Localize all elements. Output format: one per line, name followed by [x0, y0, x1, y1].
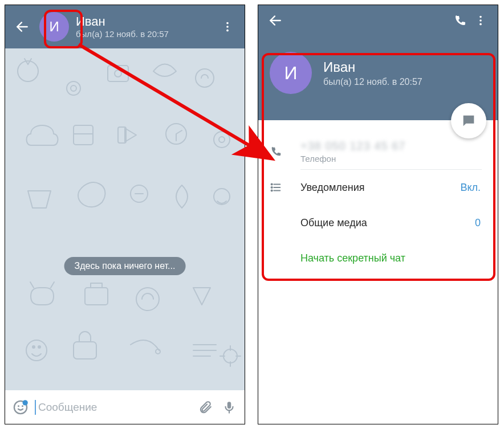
overflow-menu-button[interactable] [217, 17, 238, 37]
back-button[interactable] [265, 10, 286, 31]
svg-point-2 [226, 26, 229, 28]
svg-point-33 [479, 19, 482, 22]
svg-rect-10 [74, 125, 93, 145]
sticker-button[interactable] [11, 398, 30, 417]
chat-body: Здесь пока ничего нет... [5, 48, 245, 390]
svg-point-34 [479, 23, 482, 26]
message-input[interactable]: Сообщение [35, 400, 191, 415]
svg-point-39 [271, 190, 272, 191]
arrow-left-icon [15, 19, 30, 34]
svg-point-26 [18, 405, 19, 407]
contact-status: был(а) 12 нояб. в 20:57 [76, 29, 210, 39]
shared-media-value: 0 [475, 217, 481, 229]
chat-screen: И Иван был(а) 12 нояб. в 20:57 [5, 5, 245, 424]
sticker-smile-icon [13, 399, 29, 415]
svg-point-6 [71, 85, 76, 91]
svg-point-3 [226, 30, 229, 32]
call-button[interactable] [450, 10, 470, 31]
chat-bubble-icon [461, 113, 477, 129]
phone-number: +38 050 123 45 67 [300, 140, 481, 153]
profile-body: +38 050 123 45 67 Телефон Уведомления Вк… [258, 120, 498, 276]
phone-icon [270, 145, 282, 158]
svg-point-21 [38, 346, 40, 348]
profile-avatar[interactable]: И [270, 52, 312, 94]
svg-point-16 [214, 189, 230, 205]
empty-chat-text: Здесь пока ничего нет... [75, 261, 176, 271]
svg-point-37 [271, 187, 272, 188]
overflow-menu-button[interactable] [470, 10, 491, 31]
microphone-icon [222, 400, 237, 415]
profile-status: был(а) 12 нояб. в 20:57 [323, 77, 422, 87]
svg-point-32 [479, 16, 482, 18]
svg-point-35 [271, 183, 272, 185]
start-secret-chat-row[interactable]: Начать секретный чат [258, 240, 498, 276]
attach-button[interactable] [196, 398, 215, 417]
notifications-value: Вкл. [460, 182, 481, 194]
svg-rect-7 [108, 66, 128, 81]
svg-point-9 [196, 69, 214, 87]
message-placeholder: Сообщение [38, 401, 97, 413]
svg-point-8 [115, 70, 121, 77]
avatar-initial: И [284, 63, 298, 84]
svg-point-13 [219, 137, 225, 142]
notifications-label: Уведомления [300, 182, 460, 194]
mic-button[interactable] [220, 398, 239, 417]
avatar-initial: И [49, 19, 59, 35]
svg-point-20 [32, 346, 35, 348]
svg-rect-29 [227, 402, 231, 408]
contact-avatar[interactable]: И [39, 12, 69, 42]
svg-point-27 [22, 405, 23, 407]
svg-point-23 [156, 349, 160, 354]
message-fab[interactable] [451, 103, 486, 138]
more-vert-icon [221, 21, 234, 33]
chat-header-text[interactable]: Иван был(а) 12 нояб. в 20:57 [76, 14, 210, 39]
list-icon [270, 181, 282, 194]
chat-background-icon [5, 48, 245, 390]
phone-icon [453, 14, 467, 27]
more-vert-icon [474, 14, 487, 27]
profile-screen: И Иван был(а) 12 нояб. в 20:57 +38 050 1… [258, 5, 498, 424]
shared-media-row[interactable]: Общие медиа 0 [258, 205, 498, 240]
profile-name: Иван [323, 59, 422, 75]
svg-point-14 [214, 132, 230, 148]
profile-topbar [258, 5, 498, 36]
shared-media-label: Общие медиа [300, 217, 475, 229]
start-secret-chat-label: Начать секретный чат [300, 252, 481, 264]
svg-point-18 [136, 288, 159, 310]
svg-rect-17 [85, 288, 108, 305]
svg-rect-22 [74, 342, 96, 359]
svg-point-28 [23, 400, 28, 405]
paperclip-icon [198, 400, 213, 415]
arrow-left-icon [268, 13, 283, 28]
contact-name: Иван [76, 14, 210, 29]
back-button[interactable] [12, 17, 32, 37]
empty-chat-message: Здесь пока ничего нет... [64, 257, 186, 275]
phone-label: Телефон [300, 154, 481, 164]
svg-point-5 [67, 81, 80, 95]
svg-point-19 [26, 340, 47, 361]
chat-input-bar: Сообщение [5, 390, 245, 424]
svg-point-1 [226, 22, 229, 24]
chat-header: И Иван был(а) 12 нояб. в 20:57 [5, 5, 245, 48]
notifications-row[interactable]: Уведомления Вкл. [258, 170, 498, 205]
svg-point-24 [223, 349, 237, 363]
